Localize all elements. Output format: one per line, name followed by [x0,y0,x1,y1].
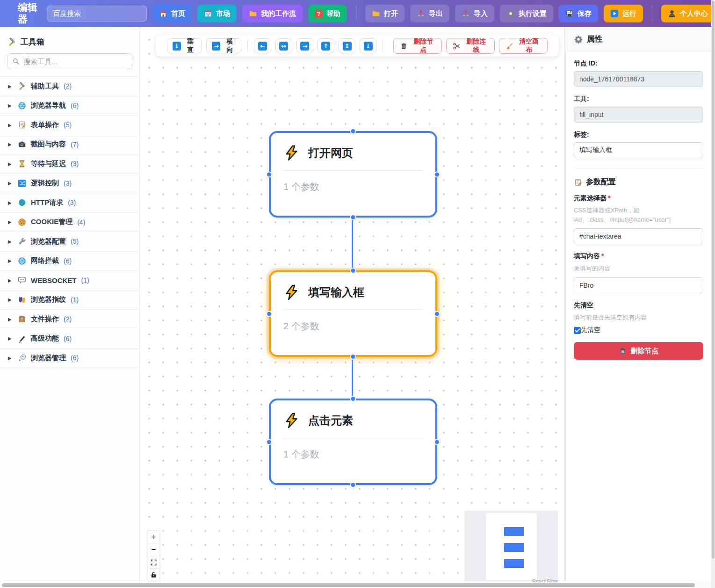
category-advanced-features[interactable]: ▶ 高级功能 (6) [0,329,139,349]
align-left-button[interactable]: ← [254,38,271,53]
node-id-label: 节点 ID: [574,59,703,68]
node-handle-bottom[interactable] [350,214,356,220]
minimap-node [504,527,524,536]
node-open-webpage[interactable]: 打开网页 1 个参数 [269,131,437,218]
nav-help-button[interactable]: ? 帮助 [308,5,347,22]
nav-home-button[interactable]: 首页 [152,5,192,22]
flow-canvas[interactable]: ↓ 垂直 → 横向 ← ↔ → ↑ ↕ ↓ 删除节点 [140,27,565,582]
clear-canvas-toolbar-button[interactable]: 清空画布 [499,38,548,54]
node-handle-right[interactable] [434,171,440,177]
category-browser-fingerprint[interactable]: ▶ 浏览器指纹 (1) [0,290,139,310]
node-fill-input[interactable]: 填写输入框 2 个参数 [269,270,437,357]
delete-node-toolbar-button[interactable]: 删除节点 [393,38,442,54]
node-handle-left[interactable] [266,311,272,317]
hourglass-icon [18,160,26,168]
node-handle-bottom[interactable] [350,482,356,488]
category-wait-delay[interactable]: ▶ 等待与延迟 (3) [0,154,139,174]
category-http-request[interactable]: ▶ HTTP请求 (3) [0,193,139,213]
layout-vertical-button[interactable]: ↓ 垂直 [167,38,202,53]
caret-right-icon: ▶ [8,181,13,186]
edge-node2-node3[interactable] [352,357,353,399]
import-button[interactable]: 导入 [455,5,494,22]
lock-button[interactable] [147,568,160,581]
category-auxiliary-tools[interactable]: ▶ 辅助工具 (2) [0,77,139,96]
person-icon [668,9,676,18]
caret-right-icon: ▶ [8,317,13,322]
category-logic-control[interactable]: ▶ 逻辑控制 (3) [0,174,139,194]
horizontal-scrollbar[interactable] [0,582,711,588]
execution-settings-button[interactable]: 执行设置 [500,5,553,22]
react-flow-attribution: React Flow [532,578,558,582]
node-handle-bottom[interactable] [350,354,356,360]
cookie-icon [18,218,26,226]
node-handle-top[interactable] [350,396,356,402]
align-top-button[interactable]: ↑ [318,38,334,53]
arrow-right-icon: → [300,42,309,51]
node-handle-top[interactable] [350,128,356,134]
node-handle-right[interactable] [434,311,440,317]
category-network-interception[interactable]: ▶ 网络拦截 (6) [0,252,139,271]
properties-panel: 属性 节点 ID: 工具: 标签: 参数配置 元素选择器* CSS选择器或XPa… [565,27,711,588]
delete-node-button[interactable]: 删除节点 [574,342,703,360]
align-right-button[interactable]: → [296,38,313,53]
arrow-left-icon: ← [258,42,267,51]
category-cookie-management[interactable]: ▶ COOKIE管理 (4) [0,213,139,232]
tools-icon [7,37,16,46]
caret-right-icon: ▶ [8,142,13,147]
chat-bubble-icon [18,276,26,284]
category-screenshot-content[interactable]: ▶ 截图与内容 (7) [0,135,139,155]
selector-field[interactable] [574,228,703,244]
brush-icon [506,42,513,50]
category-websocket[interactable]: ▶ WEBSOCKET (1) [0,271,139,290]
node-handle-right[interactable] [434,439,440,445]
toolbox-search-input[interactable] [23,58,127,65]
category-browser-management[interactable]: ▶ 浏览器管理 (6) [0,348,139,368]
wrench-icon [18,237,26,246]
minimap-node [504,543,524,552]
mask-icon [18,296,26,304]
zoom-out-button[interactable]: − [147,543,160,556]
node-click-element[interactable]: 点击元素 1 个参数 [269,399,437,485]
content-field[interactable] [574,277,703,293]
toolbar-separator [383,40,383,52]
fit-view-button[interactable] [147,556,160,568]
save-button[interactable]: 保存 [559,5,598,22]
play-icon [610,9,619,18]
align-bottom-button[interactable]: ↓ [360,38,376,53]
label-field[interactable] [574,142,703,158]
category-browser-config[interactable]: ▶ 浏览器配置 (5) [0,232,139,252]
node-handle-left[interactable] [266,171,272,177]
export-button[interactable]: 导出 [410,5,449,22]
vertical-scrollbar[interactable] [711,0,715,588]
vertical-scrollbar-thumb[interactable] [712,1,715,559]
layout-horizontal-button[interactable]: → 横向 [206,38,241,53]
profile-button[interactable]: 个人中心 [661,5,711,22]
node-id-field[interactable] [574,71,703,87]
category-browser-navigation[interactable]: ▶ 浏览器导航 (6) [0,96,139,116]
tool-field[interactable] [574,107,703,123]
caret-right-icon: ▶ [8,258,13,263]
nav-my-workflows-button[interactable]: 我的工作流 [242,5,303,22]
nav-market-button[interactable]: 市场 [197,5,237,22]
earth-icon [18,198,26,207]
minimap[interactable] [464,511,558,581]
category-form-operations[interactable]: ▶ 表单操作 (5) [0,116,139,135]
workflow-name-input[interactable] [47,6,147,22]
zoom-in-button[interactable]: + [147,530,160,543]
open-folder-icon [372,9,380,18]
horizontal-scrollbar-thumb[interactable] [2,583,695,587]
run-button[interactable]: 运行 [604,5,643,22]
question-icon: ? [315,10,323,18]
clear-first-checkbox[interactable] [574,327,581,334]
search-icon [12,58,20,65]
delete-edge-toolbar-button[interactable]: 删除连线 [446,38,495,54]
node-handle-left[interactable] [266,439,272,445]
align-center-vertical-button[interactable]: ↕ [339,38,355,53]
properties-header: 属性 [566,27,711,51]
edge-node1-node2[interactable] [352,218,353,270]
align-center-horizontal-button[interactable]: ↔ [275,38,292,53]
open-button[interactable]: 打开 [365,5,404,22]
category-file-operations[interactable]: ▶ 文件操作 (2) [0,310,139,329]
home-icon [159,9,167,18]
node-handle-top[interactable] [350,268,356,274]
